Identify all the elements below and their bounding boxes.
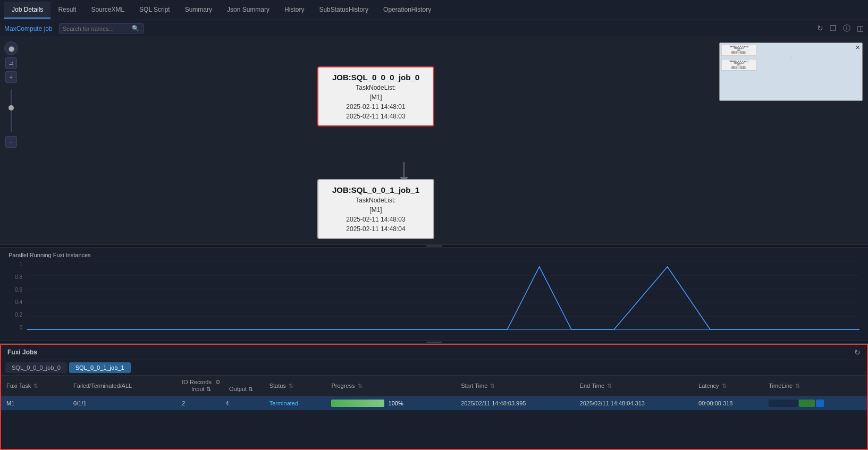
fuxi-jobs-panel: Fuxi Jobs ↻ SQL_0_0_0_job_0 SQL_0_0_1_jo… [0,344,868,450]
panel-title: Fuxi Jobs [7,349,37,356]
left-controls: ⬤ ⥄ + − [4,41,18,148]
col-timeline[interactable]: TimeLine ⇅ [763,376,867,396]
col-latency[interactable]: Latency ⇅ [693,376,763,396]
zoom-track [11,89,12,132]
chart-title: Parallel Running Fuxi Instances [9,252,859,258]
sort-icon-progress: ⇅ [358,383,363,389]
y-label-08: 0.8 [15,274,22,280]
tab-substatus-history[interactable]: SubStatusHistory [311,2,376,19]
fuxi-jobs-table-container: Fuxi Task ⇅ Failed/Terminated/ALL IO Rec… [1,376,867,411]
chart-container: 1 0.8 0.6 0.4 0.2 0 [9,261,859,330]
toolbar-right: ↻ ❐ ⓘ ◫ [817,24,864,33]
sort-icon-task: ⇅ [33,383,38,389]
chart-plot [27,261,859,330]
canvas-area: ⬤ ⥄ + − JOB:SQL_0_0_0_job_0 TaskNodeList… [0,37,868,244]
job-node-0-title: JOB:SQL_0_0_0_job_0 [329,73,423,82]
breadcrumb[interactable]: MaxCompute job [4,25,53,32]
chart-svg [27,261,859,330]
cell-status: Terminated [264,396,326,411]
col-fuxi-task[interactable]: Fuxi Task ⇅ [1,376,68,396]
cell-latency: 00:00:00.318 [693,396,763,411]
job-node-0[interactable]: JOB:SQL_0_0_0_job_0 TaskNodeList: [M1] 2… [317,66,434,126]
job-tab-1[interactable]: SQL_0_0_1_job_1 [69,362,131,373]
job-node-1-tasks: [M1] [329,206,423,214]
zoom-out-btn[interactable]: − [5,136,17,148]
col-failed: Failed/Terminated/ALL [68,376,176,396]
cell-timeline [763,396,867,411]
job-node-1-time1: 2025-02-11 14:48:03 [329,216,423,223]
fuxi-jobs-table: Fuxi Task ⇅ Failed/Terminated/ALL IO Rec… [1,376,867,411]
info-icon[interactable]: ⓘ [843,24,850,33]
tab-sourcexml[interactable]: SourceXML [83,2,132,19]
sort-icon-latency: ⇅ [722,383,727,389]
job-node-0-tasks: [M1] [329,94,423,101]
cell-failed: 0/1/1 [68,396,176,411]
cell-task[interactable]: M1 [1,396,68,411]
job-node-1-title: JOB:SQL_0_0_1_job_1 [329,185,423,194]
y-label-04: 0.4 [15,299,22,305]
bottom-divider-handle [426,342,442,343]
zoom-slider [11,87,12,134]
search-input[interactable] [63,26,132,32]
chart-section: Parallel Running Fuxi Instances 1 0.8 0.… [0,248,868,341]
col-io-records: IO Records ⚙ Input ⇅ Output ⇅ [176,376,264,396]
progress-label: 100% [389,400,403,406]
y-label-06: 0.6 [15,287,22,293]
sort-icon-status: ⇅ [289,383,293,389]
toolbar: MaxCompute job 🔍 ↻ ❐ ⓘ ◫ [0,20,868,37]
y-label-02: 0.2 [15,312,22,318]
job-tab-0[interactable]: SQL_0_0_0_job_0 [5,362,67,373]
minimap: ✕ JOB:SQL_0_0_0_job_0 TaskNodeList: [M1]… [719,43,863,101]
cell-progress: 100% [326,396,456,411]
tab-sql-script[interactable]: SQL Script [132,2,178,19]
refresh-icon[interactable]: ↻ [817,24,823,33]
progress-bar [331,400,384,407]
tab-bar: Job Details Result SourceXML SQL Script … [0,0,868,20]
tab-json-summary[interactable]: Json Summary [220,2,277,19]
job-node-1[interactable]: JOB:SQL_0_0_1_job_1 TaskNodeList: [M1] 2… [317,179,434,239]
sort-icon-output: ⇅ [248,386,253,392]
job-node-0-time1: 2025-02-11 14:48:01 [329,103,423,111]
job-tabs: SQL_0_0_0_job_0 SQL_0_0_1_job_1 [1,360,867,376]
cell-output: 4 [220,396,264,411]
job-node-0-time2: 2025-02-11 14:48:03 [329,113,423,120]
job-node-0-tasklist-label: TaskNodeList: [329,84,423,91]
col-start-time[interactable]: Start Time ⇅ [456,376,574,396]
sort-icon-start: ⇅ [490,383,495,389]
sort-icon-end: ⇅ [607,383,612,389]
tab-summary[interactable]: Summary [178,2,220,19]
y-label-0: 0 [19,325,22,330]
divider-handle [426,245,442,247]
timeline-bar [769,400,862,407]
table-row: M1 0/1/1 2 4 Terminated 100% 2025/02/11 … [1,396,867,411]
sort-icon-timeline: ⇅ [795,383,800,389]
tab-job-details[interactable]: Job Details [4,2,50,19]
panel-refresh-btn[interactable]: ↻ [854,348,861,356]
fullscreen-btn[interactable]: ⥄ [5,57,17,69]
col-progress[interactable]: Progress ⇅ [326,376,456,396]
io-settings-icon[interactable]: ⚙ [215,379,221,385]
y-axis: 1 0.8 0.6 0.4 0.2 0 [9,261,24,330]
col-status[interactable]: Status ⇅ [264,376,326,396]
expand-icon[interactable]: ❐ [830,24,837,33]
job-node-1-tasklist-label: TaskNodeList: [329,197,423,204]
search-box[interactable]: 🔍 [59,23,144,33]
y-label-1: 1 [19,261,22,267]
cell-start-time: 2025/02/11 14:48:03.995 [456,396,574,411]
cell-end-time: 2025/02/11 14:48:04.313 [575,396,693,411]
cell-input: 2 [176,396,220,411]
search-icon: 🔍 [132,25,139,32]
status-badge: Terminated [269,400,298,406]
tab-operation-history[interactable]: OperationHistory [376,2,439,19]
zoom-thumb[interactable] [9,105,14,111]
panel-header: Fuxi Jobs ↻ [1,345,867,360]
col-end-time[interactable]: End Time ⇅ [575,376,693,396]
job-node-1-time2: 2025-02-11 14:48:04 [329,225,423,233]
tab-history[interactable]: History [277,2,311,19]
sort-icon-input: ⇅ [206,386,211,392]
compass-btn[interactable]: ⬤ [4,41,18,55]
zoom-in-btn[interactable]: + [5,71,17,83]
settings-icon[interactable]: ◫ [857,24,864,33]
tab-result[interactable]: Result [50,2,83,19]
